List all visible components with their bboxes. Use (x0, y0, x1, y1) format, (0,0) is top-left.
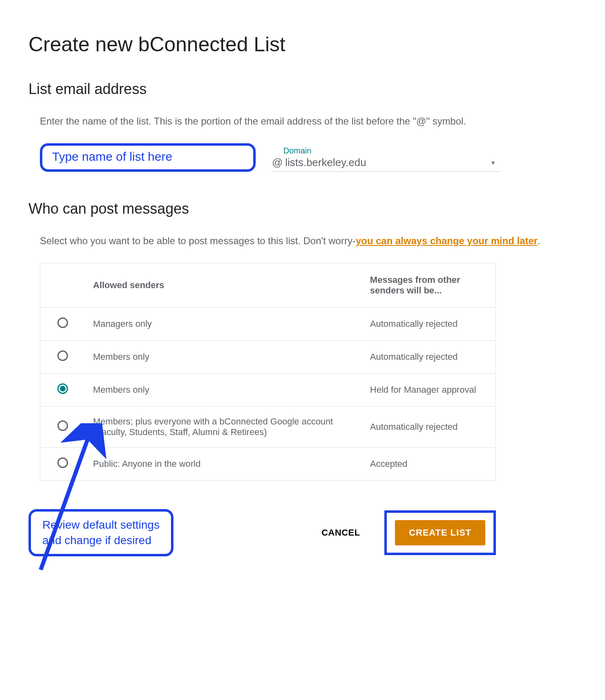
post-helper-text: Select who you want to be able to post m… (40, 234, 577, 248)
senders-cell: Members only (85, 341, 362, 374)
cancel-button[interactable]: CANCEL (313, 523, 368, 542)
email-helper-text: Enter the name of the list. This is the … (40, 114, 577, 129)
domain-field-label: Domain (283, 146, 500, 155)
senders-cell: Members only (85, 374, 362, 407)
senders-cell: Members; plus everyone with a bConnected… (85, 407, 362, 448)
table-row[interactable]: Public: Anyone in the world Accepted (40, 448, 496, 481)
post-helper-suffix: . (537, 235, 540, 246)
list-name-annotation-label: Type name of list here (52, 150, 172, 163)
review-settings-annotation: Review default settings and change if de… (28, 509, 173, 556)
domain-value: lists.berkeley.edu (285, 156, 490, 169)
table-row[interactable]: Members; plus everyone with a bConnected… (40, 407, 496, 448)
other-cell: Held for Manager approval (362, 374, 496, 407)
table-row[interactable]: Members only Held for Manager approval (40, 374, 496, 407)
other-cell: Accepted (362, 448, 496, 481)
page-title: Create new bConnected List (28, 33, 577, 56)
table-row[interactable]: Members only Automatically rejected (40, 341, 496, 374)
senders-cell: Public: Anyone in the world (85, 448, 362, 481)
dropdown-triangle-icon: ▼ (490, 160, 496, 166)
post-helper-prefix: Select who you want to be able to post m… (40, 235, 356, 246)
create-button-annotation-frame: CREATE LIST (384, 510, 496, 555)
section-heading-email: List email address (28, 81, 577, 98)
col-other-senders: Messages from other senders will be... (362, 263, 496, 308)
senders-cell: Managers only (85, 308, 362, 341)
radio-option-2[interactable] (57, 383, 68, 394)
col-radio (40, 263, 85, 308)
other-cell: Automatically rejected (362, 407, 496, 448)
radio-option-1[interactable] (57, 350, 68, 361)
radio-option-3[interactable] (57, 420, 68, 431)
other-cell: Automatically rejected (362, 308, 496, 341)
other-cell: Automatically rejected (362, 341, 496, 374)
col-allowed-senders: Allowed senders (85, 263, 362, 308)
radio-option-0[interactable] (57, 317, 68, 328)
radio-option-4[interactable] (57, 457, 68, 468)
change-mind-link[interactable]: you can always change your mind later (356, 235, 538, 246)
review-annotation-text: Review default settings and change if de… (42, 517, 160, 548)
table-row[interactable]: Managers only Automatically rejected (40, 308, 496, 341)
create-list-button[interactable]: CREATE LIST (395, 520, 485, 545)
section-who-can-post: Who can post messages Select who you wan… (28, 200, 577, 481)
section-heading-post: Who can post messages (28, 200, 577, 217)
domain-at-symbol: @ (272, 156, 283, 169)
list-name-input-annotation[interactable]: Type name of list here (40, 143, 256, 172)
section-list-email: List email address Enter the name of the… (28, 81, 577, 172)
sender-options-table: Allowed senders Messages from other send… (40, 263, 496, 481)
domain-select[interactable]: @ lists.berkeley.edu ▼ (272, 156, 500, 172)
